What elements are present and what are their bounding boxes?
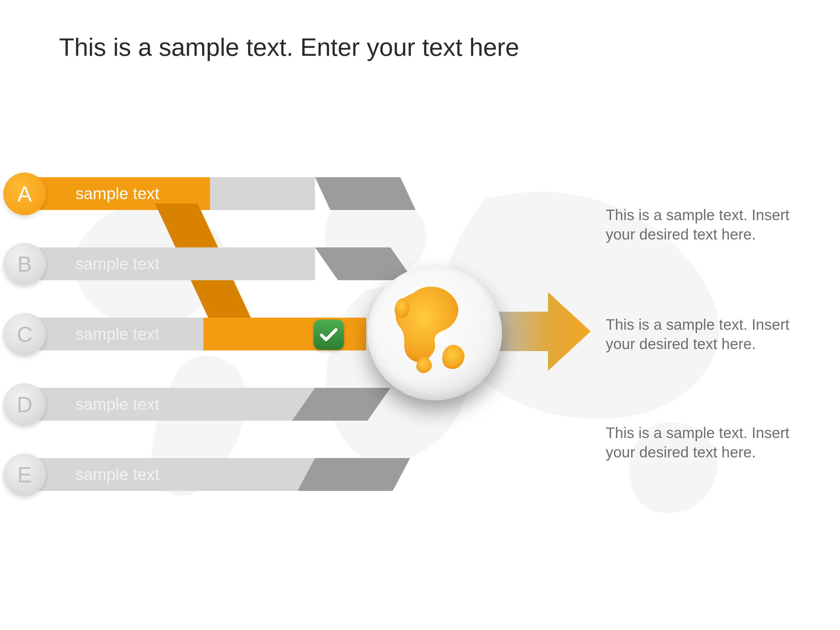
badge-e-letter: E: [17, 462, 32, 487]
arrow-right-icon: [492, 289, 591, 374]
badge-b-letter: B: [17, 252, 32, 276]
description-block-2: This is a sample text. Insert your desir…: [606, 315, 796, 354]
label-e: sample text: [76, 458, 159, 491]
bar-a-grey-seg2: [315, 177, 416, 210]
bar-e-seg1: [20, 458, 315, 491]
bar-d-seg1: [20, 388, 315, 421]
label-d: sample text: [76, 388, 159, 421]
bar-a-grey-seg1: [210, 177, 315, 210]
globe-icon: [368, 266, 502, 400]
description-block-3: This is a sample text. Insert your desir…: [606, 423, 796, 462]
checkmark-icon: [314, 320, 344, 350]
badge-a-letter: A: [17, 182, 32, 206]
badge-a: A: [3, 172, 46, 215]
label-a: sample text: [76, 177, 159, 210]
svg-marker-0: [492, 292, 591, 371]
badge-c: C: [3, 313, 46, 356]
badge-d-letter: D: [17, 392, 33, 417]
bar-b-seg1: [20, 248, 315, 280]
badge-e: E: [3, 453, 46, 496]
description-block-1: This is a sample text. Insert your desir…: [606, 205, 796, 244]
bar-e-seg2: [298, 458, 410, 491]
badge-b: B: [3, 243, 46, 286]
slide-title: This is a sample text. Enter your text h…: [59, 33, 519, 62]
badge-c-letter: C: [17, 322, 33, 347]
label-b: sample text: [76, 248, 159, 280]
label-c: sample text: [76, 317, 159, 351]
badge-d: D: [3, 383, 46, 426]
